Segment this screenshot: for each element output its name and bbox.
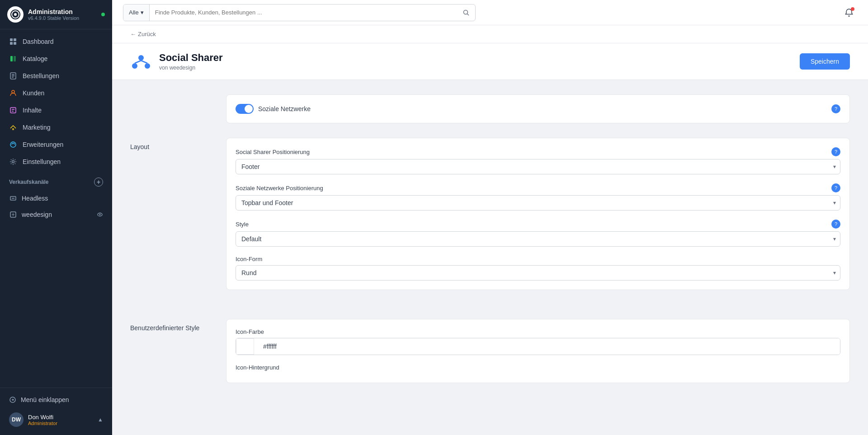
sidebar-item-label: weedesign <box>22 211 52 218</box>
plugin-logo <box>130 51 152 72</box>
dashboard-icon <box>9 37 17 46</box>
custom-style-card: Icon-Farbe Icon-Hintergrund <box>226 319 850 383</box>
svg-line-29 <box>467 14 469 15</box>
positionierung-select-wrapper: Footer Header Both ▾ <box>236 159 840 174</box>
positionierung-field: Social Sharer Positionierung ? Footer He… <box>236 147 840 174</box>
app-version: v6.4.9.0 Stable Version <box>28 15 79 21</box>
style-field: Style ? Default Custom ▾ <box>236 220 840 247</box>
icon-form-label-row: Icon-Form <box>236 256 840 262</box>
chevron-down-icon: ▾ <box>141 9 144 16</box>
orders-icon <box>9 72 17 80</box>
soziale-positionierung-select-wrapper: Topbar und Footer Topbar Footer ▾ <box>236 195 840 210</box>
icon-farbe-field: Icon-Farbe <box>236 328 840 355</box>
plugin-title-block: Social Sharer von weedesign <box>159 52 793 71</box>
breadcrumb-bar: ← Zurück <box>112 25 868 43</box>
layout-section: Layout Social Sharer Positionierung ? Fo… <box>112 123 868 304</box>
sidebar-item-kunden[interactable]: Kunden <box>0 84 112 102</box>
sidebar-item-label: Inhalte <box>23 107 42 114</box>
style-select-wrapper: Default Custom ▾ <box>236 231 840 247</box>
toggle-knob <box>245 105 253 113</box>
toggle-row: Soziale Netzwerke ? <box>236 104 840 114</box>
extensions-icon <box>9 140 17 149</box>
search-filter-button[interactable]: Alle ▾ <box>123 5 150 21</box>
plugin-title: Social Sharer <box>159 52 793 64</box>
color-swatch[interactable] <box>236 338 254 355</box>
style-select[interactable]: Default Custom <box>236 231 840 247</box>
social-networks-section: Soziale Netzwerke ? <box>112 80 868 123</box>
svg-point-30 <box>138 55 144 61</box>
soziale-positionierung-help-icon[interactable]: ? <box>831 183 840 192</box>
icon-farbe-label-row: Icon-Farbe <box>236 328 840 335</box>
positionierung-label: Social Sharer Positionierung <box>236 149 310 155</box>
svg-rect-3 <box>10 38 13 41</box>
settings-icon <box>9 158 17 166</box>
sidebar-item-label: Dashboard <box>23 38 54 45</box>
sidebar-item-label: Kunden <box>23 89 44 97</box>
icon-farbe-input-row <box>236 338 840 355</box>
main-content: Alle ▾ ← Zurück <box>112 0 868 435</box>
svg-rect-7 <box>10 56 13 61</box>
sidebar-item-label: Bestellungen <box>23 72 59 80</box>
notification-badge <box>851 7 854 11</box>
sidebar-item-label: Kataloge <box>23 55 47 62</box>
icon-form-select[interactable]: Rund Eckig <box>236 265 840 281</box>
svg-rect-6 <box>14 42 16 45</box>
svg-rect-17 <box>12 128 14 130</box>
custom-style-section-label: Benutzerdefinierter Style <box>130 319 212 383</box>
sidebar-item-erweiterungen[interactable]: Erweiterungen <box>0 136 112 153</box>
svg-point-2 <box>14 13 17 16</box>
soziale-positionierung-label: Soziale Netzwerke Positionierung <box>236 185 323 192</box>
positionierung-select[interactable]: Footer Header Both <box>236 159 840 174</box>
app-title-block: Administration v6.4.9.0 Stable Version <box>28 8 79 21</box>
sidebar-header: Administration v6.4.9.0 Stable Version <box>0 0 112 29</box>
back-arrow-icon: ← <box>130 31 136 37</box>
svg-rect-14 <box>10 108 16 113</box>
sidebar-item-label: Einstellungen <box>23 158 61 165</box>
icon-form-field: Icon-Form Rund Eckig ▾ <box>236 256 840 281</box>
svg-point-31 <box>132 63 137 69</box>
collapse-icon <box>9 396 16 403</box>
style-help-icon[interactable]: ? <box>831 220 840 229</box>
sidebar-item-kataloge[interactable]: Kataloge <box>0 50 112 67</box>
icon-hintergrund-label-row: Icon-Hintergrund <box>236 364 840 371</box>
sidebar-nav: Dashboard Kataloge Bestellun <box>0 29 112 388</box>
search-button[interactable] <box>457 9 475 16</box>
icon-hintergrund-label: Icon-Hintergrund <box>236 364 279 371</box>
sidebar-item-einstellungen[interactable]: Einstellungen <box>0 153 112 170</box>
positionierung-help-icon[interactable]: ? <box>831 147 840 156</box>
sidebar-item-weedesign[interactable]: weedesign <box>0 206 112 223</box>
chevron-up-icon: ▲ <box>98 416 103 423</box>
sidebar-item-marketing[interactable]: Marketing <box>0 119 112 136</box>
svg-point-19 <box>12 161 14 163</box>
soziale-positionierung-select[interactable]: Topbar und Footer Topbar Footer <box>236 195 840 210</box>
sales-channels-section: Verkaufskanäle + <box>0 170 112 190</box>
save-button[interactable]: Speichern <box>800 53 850 70</box>
icon-hintergrund-field: Icon-Hintergrund <box>236 364 840 371</box>
search-input[interactable] <box>150 5 457 21</box>
status-dot <box>101 13 105 16</box>
layout-card: Social Sharer Positionierung ? Footer He… <box>226 138 850 290</box>
eye-icon[interactable] <box>97 211 103 218</box>
page-content: ← Zurück Social Sharer von weedesign Spe… <box>112 25 868 435</box>
app-name: Administration <box>28 8 79 15</box>
custom-style-section: Benutzerdefinierter Style Icon-Farbe Ico… <box>112 304 868 398</box>
collapse-menu-button[interactable]: Menü einklappen <box>0 392 112 408</box>
social-networks-card: Soziale Netzwerke ? <box>226 94 850 123</box>
sidebar-bottom: Menü einklappen DW Don Wolfi Administrat… <box>0 388 112 435</box>
sidebar-item-dashboard[interactable]: Dashboard <box>0 33 112 50</box>
sidebar-item-bestellungen[interactable]: Bestellungen <box>0 67 112 84</box>
user-menu[interactable]: DW Don Wolfi Administrator ▲ <box>0 408 112 431</box>
social-networks-toggle[interactable] <box>236 104 254 114</box>
plugin-title-row: Social Sharer von weedesign Speichern <box>112 43 868 80</box>
icon-form-select-wrapper: Rund Eckig ▾ <box>236 265 840 281</box>
sidebar-item-headless[interactable]: Headless <box>0 190 112 206</box>
notifications-bell[interactable] <box>841 5 857 21</box>
sidebar-item-inhalte[interactable]: Inhalte <box>0 102 112 119</box>
icon-farbe-input[interactable] <box>258 338 840 355</box>
back-link[interactable]: ← Zurück <box>130 31 156 37</box>
positionierung-label-row: Social Sharer Positionierung ? <box>236 147 840 156</box>
social-networks-help-icon[interactable]: ? <box>831 104 840 113</box>
svg-point-18 <box>10 142 16 147</box>
add-sales-channel-button[interactable]: + <box>94 178 103 187</box>
sidebar-item-label: Erweiterungen <box>23 141 63 148</box>
